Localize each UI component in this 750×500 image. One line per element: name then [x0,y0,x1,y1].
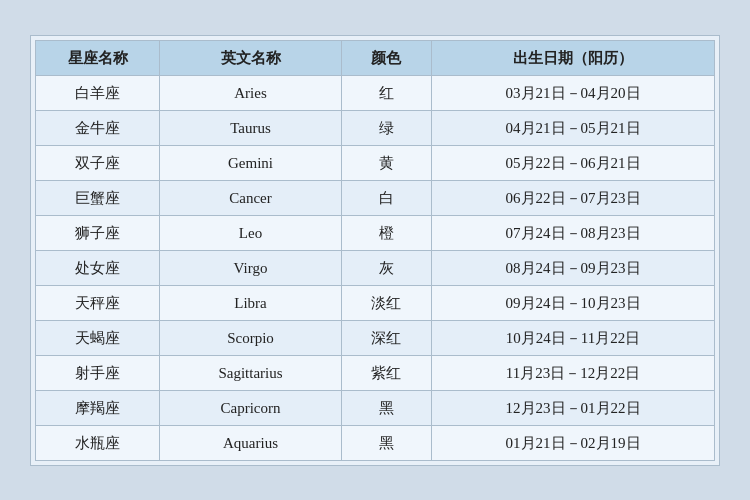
cell-zh: 双子座 [36,145,160,180]
cell-zh: 天秤座 [36,285,160,320]
cell-en: Scorpio [160,320,341,355]
cell-zh: 处女座 [36,250,160,285]
table-row: 双子座Gemini黄05月22日－06月21日 [36,145,715,180]
table-row: 巨蟹座Cancer白06月22日－07月23日 [36,180,715,215]
cell-en: Taurus [160,110,341,145]
cell-date: 05月22日－06月21日 [432,145,715,180]
cell-date: 03月21日－04月20日 [432,75,715,110]
cell-color: 紫红 [341,355,432,390]
cell-date: 11月23日－12月22日 [432,355,715,390]
table-row: 射手座Sagittarius紫红11月23日－12月22日 [36,355,715,390]
cell-en: Aries [160,75,341,110]
table-row: 天秤座Libra淡红09月24日－10月23日 [36,285,715,320]
cell-en: Aquarius [160,425,341,460]
cell-en: Gemini [160,145,341,180]
cell-color: 绿 [341,110,432,145]
cell-date: 10月24日－11月22日 [432,320,715,355]
cell-en: Sagittarius [160,355,341,390]
cell-color: 淡红 [341,285,432,320]
cell-date: 08月24日－09月23日 [432,250,715,285]
cell-zh: 水瓶座 [36,425,160,460]
table-row: 狮子座Leo橙07月24日－08月23日 [36,215,715,250]
cell-date: 09月24日－10月23日 [432,285,715,320]
cell-color: 深红 [341,320,432,355]
table-row: 摩羯座Capricorn黑12月23日－01月22日 [36,390,715,425]
header-date: 出生日期（阳历） [432,40,715,75]
table-row: 金牛座Taurus绿04月21日－05月21日 [36,110,715,145]
cell-zh: 金牛座 [36,110,160,145]
cell-color: 橙 [341,215,432,250]
cell-en: Capricorn [160,390,341,425]
cell-en: Cancer [160,180,341,215]
cell-color: 红 [341,75,432,110]
zodiac-table: 星座名称 英文名称 颜色 出生日期（阳历） 白羊座Aries红03月21日－04… [35,40,715,461]
cell-zh: 射手座 [36,355,160,390]
cell-zh: 天蝎座 [36,320,160,355]
table-header-row: 星座名称 英文名称 颜色 出生日期（阳历） [36,40,715,75]
header-en: 英文名称 [160,40,341,75]
cell-date: 06月22日－07月23日 [432,180,715,215]
cell-en: Virgo [160,250,341,285]
cell-color: 黑 [341,425,432,460]
table-row: 处女座Virgo灰08月24日－09月23日 [36,250,715,285]
zodiac-table-container: 星座名称 英文名称 颜色 出生日期（阳历） 白羊座Aries红03月21日－04… [30,35,720,466]
cell-color: 黄 [341,145,432,180]
cell-date: 04月21日－05月21日 [432,110,715,145]
cell-zh: 狮子座 [36,215,160,250]
cell-color: 灰 [341,250,432,285]
cell-color: 白 [341,180,432,215]
cell-en: Libra [160,285,341,320]
table-row: 白羊座Aries红03月21日－04月20日 [36,75,715,110]
table-row: 水瓶座Aquarius黑01月21日－02月19日 [36,425,715,460]
cell-color: 黑 [341,390,432,425]
cell-date: 12月23日－01月22日 [432,390,715,425]
cell-zh: 巨蟹座 [36,180,160,215]
cell-date: 07月24日－08月23日 [432,215,715,250]
cell-zh: 白羊座 [36,75,160,110]
header-color: 颜色 [341,40,432,75]
cell-zh: 摩羯座 [36,390,160,425]
cell-date: 01月21日－02月19日 [432,425,715,460]
cell-en: Leo [160,215,341,250]
header-zh: 星座名称 [36,40,160,75]
table-row: 天蝎座Scorpio深红10月24日－11月22日 [36,320,715,355]
